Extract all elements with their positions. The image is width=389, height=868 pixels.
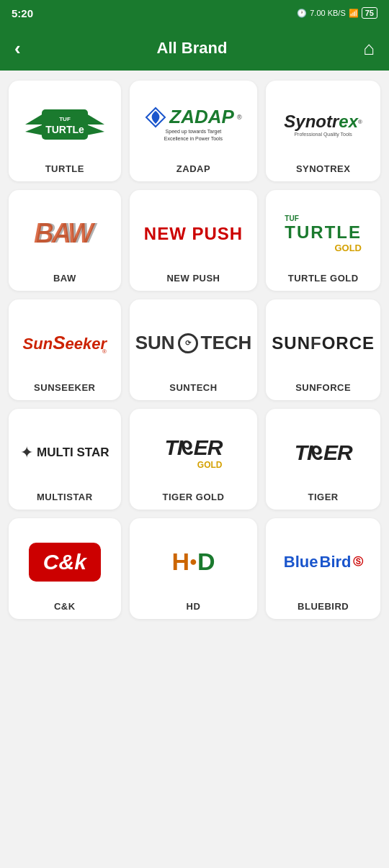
brand-logo-turtle: TUF TURTLe: [14, 92, 115, 156]
brand-name-tigergold: TIGER GOLD: [163, 492, 225, 502]
brand-logo-multistar: ✦ MULTI STAR: [14, 420, 115, 484]
network-icon: 📶: [349, 9, 359, 18]
brand-logo-zadap: ZADAP ® Speed up towards TargetExcellenc…: [135, 92, 252, 156]
brand-card-newpush[interactable]: NEW PUSH NEW PUSH: [130, 190, 258, 291]
brand-logo-suntech: SUN ⟳ TECH: [135, 311, 252, 375]
brand-name-suntech: SUNTECH: [169, 382, 217, 393]
brand-name-sunforce: SUNFORCE: [295, 382, 351, 393]
brand-name-zadap: ZADAP: [176, 163, 210, 174]
brand-name-baw: BAW: [53, 273, 76, 284]
brand-name-turtle: TURTLE: [45, 163, 84, 174]
page-title: All Brand: [157, 39, 228, 58]
brand-card-turtlegold[interactable]: TUF TURTLE GOLD TURTLE GOLD: [266, 190, 380, 291]
svg-text:TURTLe: TURTLe: [45, 124, 84, 135]
brand-card-hd[interactable]: H ● D HD: [130, 518, 258, 619]
home-button[interactable]: ⌂: [363, 37, 375, 60]
brand-card-sunseeker[interactable]: SunSeeker ® SUNSEEKER: [9, 299, 121, 400]
brand-card-turtle[interactable]: TUF TURTLe TURTLE: [9, 81, 121, 181]
status-time: 5:20: [12, 7, 33, 19]
alarm-icon: 🕐: [297, 9, 307, 18]
brand-name-ck: C&K: [54, 601, 76, 612]
brand-card-suntech[interactable]: SUN ⟳ TECH SUNTECH: [130, 299, 258, 400]
svg-text:TUF: TUF: [59, 116, 71, 122]
brand-card-zadap[interactable]: ZADAP ® Speed up towards TargetExcellenc…: [130, 81, 258, 181]
brand-name-sunseeker: SUNSEEKER: [34, 382, 95, 393]
brand-card-multistar[interactable]: ✦ MULTI STAR MULTISTAR: [9, 409, 121, 510]
brand-card-tigergold[interactable]: TI9ER GOLD TIGER GOLD: [130, 409, 258, 510]
back-button[interactable]: ‹: [14, 37, 21, 60]
brand-logo-ck: C&k: [14, 530, 115, 594]
brand-name-synotrex: SYNOTREX: [296, 163, 351, 174]
brand-logo-hd: H ● D: [135, 530, 252, 594]
svg-marker-6: [86, 125, 104, 135]
status-bar: 5:20 🕐 7.00 KB/S 📶 75: [0, 0, 389, 26]
brand-grid: TUF TURTLe TURTLE ZADAP ®: [0, 71, 389, 629]
brand-logo-bluebird: Blue Bird Ⓢ: [272, 530, 375, 594]
brand-name-multistar: MULTISTAR: [37, 492, 93, 502]
brand-card-bluebird[interactable]: Blue Bird Ⓢ BLUEBIRD: [266, 518, 380, 619]
brand-name-bluebird: BLUEBIRD: [298, 601, 349, 612]
brand-card-ck[interactable]: C&k C&K: [9, 518, 121, 619]
svg-marker-5: [86, 114, 104, 125]
svg-marker-1: [25, 125, 43, 135]
brand-name-turtlegold: TURTLE GOLD: [288, 273, 359, 284]
brand-card-sunforce[interactable]: SUNFORCE SUNFORCE: [266, 299, 380, 400]
brand-logo-synotrex: Synotr ex ® Professional Quality Tools: [272, 92, 375, 156]
svg-marker-0: [25, 114, 43, 125]
brand-card-tiger[interactable]: TI9ER TIGER: [266, 409, 380, 510]
brand-logo-baw: BAW BAW: [14, 202, 115, 266]
brand-name-hd: HD: [187, 601, 201, 612]
battery-indicator: 75: [362, 7, 377, 19]
brand-card-synotrex[interactable]: Synotr ex ® Professional Quality Tools S…: [266, 81, 380, 181]
speed-indicator: 7.00 KB/S: [310, 9, 346, 17]
page-header: ‹ All Brand ⌂: [0, 26, 389, 71]
status-icons: 🕐 7.00 KB/S 📶 75: [297, 7, 377, 19]
brand-logo-tiger: TI9ER: [272, 420, 375, 484]
brand-logo-newpush: NEW PUSH: [135, 202, 252, 266]
brand-logo-tigergold: TI9ER GOLD: [135, 420, 252, 484]
brand-logo-sunseeker: SunSeeker ®: [14, 311, 115, 375]
brand-logo-turtlegold: TUF TURTLE GOLD: [272, 202, 375, 266]
brand-name-newpush: NEW PUSH: [166, 273, 220, 284]
brand-name-tiger: TIGER: [308, 492, 339, 502]
brand-card-baw[interactable]: BAW BAW BAW: [9, 190, 121, 291]
brand-logo-sunforce: SUNFORCE: [272, 311, 375, 375]
